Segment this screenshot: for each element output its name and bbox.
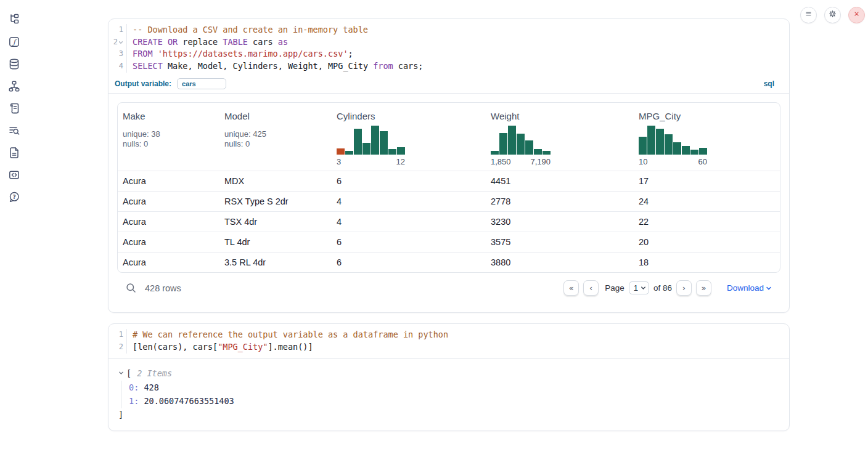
close-icon xyxy=(853,10,861,21)
page-select[interactable]: 1 xyxy=(629,281,649,294)
column-header-model[interactable]: Modelunique: 425nulls: 0 xyxy=(219,103,332,171)
histogram-axis-labels: 1,8507,190 xyxy=(491,157,551,166)
unique-count: unique: 425 xyxy=(224,129,327,140)
line-number: 1 xyxy=(108,329,127,341)
logs-icon[interactable] xyxy=(8,124,20,137)
code-text: -- Download a CSV and create an in-memor… xyxy=(127,24,368,36)
help-chat-icon[interactable]: ? xyxy=(8,191,20,203)
histogram-bar xyxy=(639,137,647,155)
histogram-bar xyxy=(690,150,698,155)
search-icon[interactable] xyxy=(126,283,136,293)
sql-cell-output: Makeunique: 38nulls: 0Modelunique: 425nu… xyxy=(108,94,789,313)
table-cell: MDX xyxy=(219,171,332,191)
mpg-city-histogram: 1060 xyxy=(639,126,707,166)
dataframe-table: Makeunique: 38nulls: 0Modelunique: 425nu… xyxy=(117,102,780,273)
output-variable-input[interactable] xyxy=(177,78,226,89)
sql-code-editor[interactable]: 1-- Download a CSV and create an in-memo… xyxy=(108,19,789,76)
menu-button[interactable] xyxy=(800,7,817,23)
first-page-button[interactable]: « xyxy=(563,280,579,296)
column-header-make[interactable]: Makeunique: 38nulls: 0 xyxy=(118,103,219,171)
axis-min-label: 10 xyxy=(639,157,647,166)
datasources-icon[interactable] xyxy=(8,58,20,70)
line-number: 1 xyxy=(108,24,127,36)
snippets-icon[interactable] xyxy=(8,169,20,181)
column-header-cylinders[interactable]: Cylinders312 xyxy=(332,103,486,171)
chevron-down-icon xyxy=(641,285,646,291)
last-page-button[interactable]: » xyxy=(696,280,711,296)
row-count: 428 rows xyxy=(145,283,181,293)
histogram-bar xyxy=(337,148,345,154)
histogram-bars xyxy=(491,126,551,155)
histogram-bar xyxy=(380,131,388,155)
code-text: CREATE OR replace TABLE cars as xyxy=(127,36,288,49)
menu-icon xyxy=(805,10,813,21)
table-cell: 18 xyxy=(634,252,780,272)
dependency-graph-icon[interactable] xyxy=(8,80,20,92)
code-text: [len(cars), cars["MPG_City"].mean()] xyxy=(127,341,313,354)
tree-entry: 0: 428 xyxy=(129,381,780,395)
histogram-bar xyxy=(542,151,551,155)
null-count: nulls: 0 xyxy=(123,139,215,150)
collapse-chevron-icon[interactable] xyxy=(118,370,124,376)
histogram-bar xyxy=(388,149,396,154)
code-line: 1-- Download a CSV and create an in-memo… xyxy=(108,24,789,36)
histogram-bar xyxy=(699,148,707,154)
table-cell: TSX 4dr xyxy=(219,211,332,232)
gear-icon xyxy=(829,10,837,21)
python-code-editor[interactable]: 1# We can reference the output variable … xyxy=(108,324,789,358)
histogram-bar xyxy=(508,126,516,155)
weight-histogram: 1,8507,190 xyxy=(491,126,551,166)
column-summary: unique: 425nulls: 0 xyxy=(224,129,327,150)
column-title: Make xyxy=(123,111,215,121)
table-row: Acura3.5 RL 4dr6388018 xyxy=(118,252,780,272)
code-line: 2CREATE OR replace TABLE cars as xyxy=(108,36,789,49)
fold-chevron-icon[interactable] xyxy=(118,40,123,45)
file-tree-icon[interactable] xyxy=(8,14,20,26)
histogram-bar xyxy=(656,129,664,155)
table-cell: 4451 xyxy=(486,171,634,191)
python-cell-output: [ 2 Items 0: 4281: 20.060747663551403 ] xyxy=(108,359,789,431)
gear-button[interactable] xyxy=(824,7,841,23)
code-text: # We can reference the output variable a… xyxy=(127,329,448,341)
table-row: AcuraMDX6445117 xyxy=(118,171,780,191)
table-cell: Acura xyxy=(118,252,219,272)
variables-icon[interactable]: ƒ xyxy=(8,36,20,48)
entry-value: 20.060747663551403 xyxy=(139,396,234,406)
prev-page-button[interactable]: ‹ xyxy=(583,280,599,296)
axis-min-label: 3 xyxy=(337,157,341,166)
column-title: Weight xyxy=(491,111,629,121)
histogram-bar xyxy=(665,134,673,155)
histogram-bar xyxy=(682,146,690,155)
table-footer: 428 rows « ‹ Page 1 of 86 › » Download xyxy=(117,273,780,304)
histogram-bar xyxy=(673,142,681,155)
entry-index: 1: xyxy=(129,396,139,406)
notebook-actions xyxy=(800,7,865,23)
histogram-bar xyxy=(499,133,507,155)
line-number: 3 xyxy=(108,48,127,60)
column-title: Cylinders xyxy=(337,111,481,121)
code-line: 4SELECT Make, Model, Cylinders, Weight, … xyxy=(108,60,789,73)
download-button[interactable]: Download xyxy=(727,283,772,293)
histogram-bar xyxy=(647,126,655,155)
next-page-button[interactable]: › xyxy=(676,280,692,296)
histogram-bars xyxy=(639,126,707,155)
histogram-bar xyxy=(525,140,533,155)
output-variable-label: Output variable: xyxy=(115,79,171,88)
close-button[interactable] xyxy=(848,7,865,23)
code-text: FROM 'https://datasets.marimo.app/cars.c… xyxy=(127,48,353,60)
axis-max-label: 60 xyxy=(698,157,707,166)
svg-text:ƒ: ƒ xyxy=(12,38,17,46)
axis-max-label: 12 xyxy=(396,157,405,166)
bracket-open: [ xyxy=(126,368,131,378)
table-cell: 3575 xyxy=(486,232,634,252)
python-cell: 1# We can reference the output variable … xyxy=(108,323,790,431)
documentation-icon[interactable] xyxy=(8,147,20,159)
column-header-mpg_city[interactable]: MPG_City1060 xyxy=(634,103,780,171)
table-cell: RSX Type S 2dr xyxy=(219,191,332,211)
column-header-weight[interactable]: Weight1,8507,190 xyxy=(486,103,634,171)
scratchpad-icon[interactable] xyxy=(8,102,20,115)
items-count-label: 2 Items xyxy=(137,368,172,378)
sql-cell: 1-- Download a CSV and create an in-memo… xyxy=(108,18,790,313)
histogram-axis-labels: 312 xyxy=(337,157,405,166)
entry-value: 428 xyxy=(139,382,159,392)
